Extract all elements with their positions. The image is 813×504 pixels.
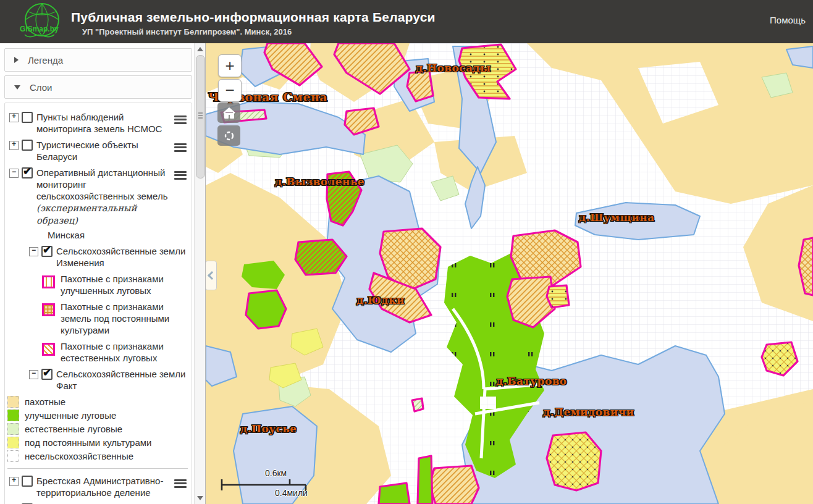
- legend-item: пахотные: [7, 396, 189, 408]
- zoom-out-button[interactable]: −: [218, 79, 242, 102]
- chevron-left-icon: [208, 271, 216, 280]
- scale-bar: 0.6км 0.4мили: [218, 468, 329, 500]
- layer-label: Оперативный дистанционный мониторинг сел…: [36, 167, 171, 227]
- sidebar-collapse-handle[interactable]: [206, 261, 217, 290]
- divider: [7, 468, 188, 469]
- accordion-legend[interactable]: Легенда: [4, 48, 192, 72]
- legend-item: под постоянными культурами: [7, 437, 189, 448]
- layer-menu-icon[interactable]: [174, 477, 187, 489]
- legend-item: Пахотные с признаками улучшенных луговых: [42, 273, 184, 296]
- geolocate-button[interactable]: [217, 125, 240, 146]
- layer-checkbox[interactable]: [22, 167, 33, 178]
- map-label-yudki: д.Юдки: [356, 294, 405, 306]
- page-title: Публичная земельно-информационная карта …: [71, 10, 436, 25]
- legend-item: Пахотные с признаками земель под постоян…: [42, 301, 184, 336]
- expander-icon[interactable]: −: [29, 247, 38, 256]
- legend-swatch-natural-meadow: [7, 423, 19, 435]
- layer-tree: + Пункты наблюдений мониторинга земель Н…: [4, 103, 192, 504]
- layer-label-note: (экспериментальный образец): [36, 203, 137, 225]
- accordion-legend-label: Легенда: [28, 55, 63, 65]
- map-canvas[interactable]: Чирвоная Смена д.Новосады д.Вызволенье д…: [206, 43, 813, 504]
- legend-swatch-improved-meadow: [7, 410, 19, 421]
- layer-menu-icon[interactable]: [174, 114, 187, 125]
- layer-label: Сельскохозяйственные земли Факт: [56, 368, 189, 392]
- app-window: GISmap.by Публичная земельно-информацион…: [0, 0, 813, 504]
- logo-text: GISmap.by: [20, 25, 59, 33]
- legend-item: несельскохозяйственные: [7, 450, 189, 462]
- scale-km-label: 0.6км: [265, 468, 287, 478]
- layer-item-brest-admin: + Брестская Административно-территориаль…: [7, 475, 189, 498]
- legend-swatch-arable: [7, 396, 19, 408]
- header-bar: GISmap.by Публичная земельно-информацион…: [0, 0, 813, 43]
- layer-label: Пункты наблюдений мониторинга земель НСМ…: [36, 111, 171, 135]
- home-button[interactable]: [217, 103, 240, 123]
- layer-group-changes: − Сельскохозяйственные земли Изменения: [27, 245, 189, 269]
- legend-swatch-non-agricultural: [7, 450, 19, 462]
- legend-item: улучшенные луговые: [7, 410, 189, 421]
- collapse-icon: [14, 85, 20, 90]
- legend-swatch-permanent-crops: [7, 437, 19, 448]
- sidebar-scrollbar[interactable]: [194, 43, 205, 504]
- layer-label: Брестская Административно-территориально…: [36, 475, 171, 498]
- region-label-minsk: Минская: [48, 229, 189, 241]
- accordion-layers-label: Слои: [30, 82, 52, 93]
- layer-item-nsmos: + Пункты наблюдений мониторинга земель Н…: [7, 111, 189, 135]
- legend-swatch-arable-permanent: [42, 303, 55, 316]
- layer-menu-icon[interactable]: [174, 169, 187, 181]
- layer-checkbox[interactable]: [41, 369, 53, 380]
- layer-label: Туристические объекты Беларуси: [36, 139, 171, 162]
- home-icon: [222, 107, 236, 119]
- map-label-demidovichi: д.Демидовичи: [543, 406, 634, 418]
- layer-checkbox[interactable]: [22, 140, 33, 151]
- layer-group-fact: − Сельскохозяйственные земли Факт: [27, 368, 189, 392]
- legend-item: естественные луговые: [7, 423, 189, 435]
- map-label-baturovo: д.Батурово: [496, 375, 567, 387]
- legend-swatch-arable-natural: [42, 343, 55, 356]
- scroll-up-icon[interactable]: [197, 47, 203, 51]
- gismap-logo-icon[interactable]: GISmap.by: [17, 2, 67, 41]
- scroll-down-icon[interactable]: [197, 496, 203, 500]
- map-label-novosady: д.Новосады: [416, 62, 491, 74]
- map-label-shumshchina: д.Шумщина: [579, 211, 655, 224]
- help-link[interactable]: Помощь: [770, 15, 806, 25]
- layer-label: Сельскохозяйственные земли Изменения: [56, 245, 189, 269]
- expander-icon[interactable]: +: [9, 113, 19, 122]
- zoom-in-button[interactable]: +: [218, 54, 242, 77]
- expander-icon[interactable]: −: [29, 370, 38, 379]
- map-label-pousye: д.Поусье: [240, 422, 297, 435]
- map-base-layer: [206, 43, 813, 504]
- expander-icon[interactable]: +: [9, 477, 19, 486]
- scrollbar-thumb[interactable]: [196, 55, 205, 178]
- layer-item-monitoring: − Оперативный дистанционный мониторинг с…: [7, 167, 189, 227]
- expander-icon[interactable]: −: [9, 169, 19, 178]
- layers-sidebar: Легенда Слои + Пункты наблюдений монитор…: [0, 43, 206, 504]
- layer-checkbox[interactable]: [22, 476, 33, 487]
- expander-icon[interactable]: +: [9, 141, 19, 150]
- accordion-layers[interactable]: Слои: [4, 75, 192, 99]
- page-subtitle: УП "Проектный институт Белгипрозем". Мин…: [82, 27, 292, 36]
- layer-checkbox[interactable]: [22, 112, 33, 123]
- map-label-vyzvolenye: д.Вызволенье: [275, 175, 364, 188]
- layer-checkbox[interactable]: [41, 246, 53, 257]
- layer-menu-icon[interactable]: [174, 141, 187, 153]
- expand-icon: [14, 57, 19, 63]
- layer-item-tourism: + Туристические объекты Беларуси: [7, 139, 189, 162]
- geolocate-icon: [222, 129, 236, 143]
- scale-miles-label: 0.4мили: [275, 488, 308, 498]
- legend-item: Пахотные с признаками естественных лугов…: [42, 340, 184, 364]
- legend-swatch-arable-improved: [42, 275, 55, 288]
